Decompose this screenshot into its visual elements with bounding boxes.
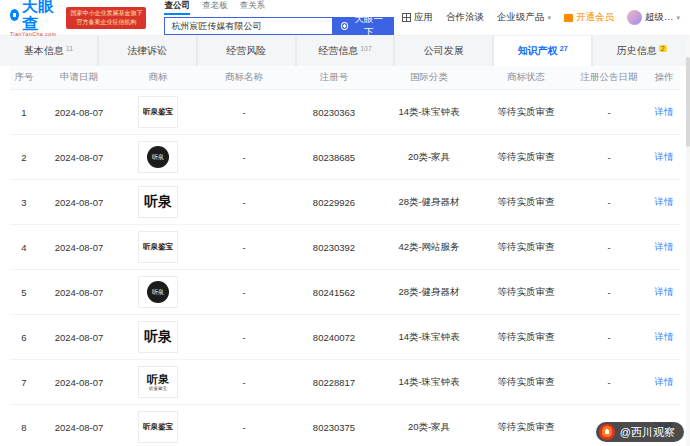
trademark-status: 等待实质审查 <box>482 421 570 434</box>
tab-legal-proceedings[interactable]: 法律诉讼 <box>99 36 196 66</box>
tab-history-info[interactable]: 历史信息2 <box>593 36 690 66</box>
table-row: 1 2024-08-07 听泉鉴宝 - 80230363 14类-珠宝钟表 等待… <box>10 90 680 135</box>
registration-number: 80230392 <box>292 242 376 253</box>
tab-company-development[interactable]: 公司发展 <box>395 36 492 66</box>
detail-link[interactable]: 详情 <box>655 151 674 162</box>
scrollbar-thumb[interactable] <box>686 57 690 147</box>
trademark-image-text: 听泉鉴宝 <box>143 107 173 117</box>
publication-date: - <box>570 242 648 253</box>
gov-badge-line2: 官方备案企业征信机构 <box>70 18 142 27</box>
registration-number: 80229926 <box>292 197 376 208</box>
chevron-down-icon: ▾ <box>547 14 551 22</box>
publication-date: - <box>570 287 648 298</box>
detail-link[interactable]: 详情 <box>655 286 674 297</box>
serial-number: 2 <box>10 152 38 163</box>
tab-label: 历史信息 <box>617 44 657 58</box>
detail-link[interactable]: 详情 <box>655 376 674 387</box>
trademark-image-text: 听泉 <box>147 374 169 385</box>
chevron-down-icon: ▾ <box>676 14 680 22</box>
trademark-image[interactable]: 听泉 <box>138 276 178 308</box>
watermark-eye-icon <box>599 424 615 440</box>
watermark-badge: @西川观察 <box>596 422 684 442</box>
tab-label: 公司发展 <box>424 44 464 58</box>
search-button[interactable]: 天眼一下 <box>332 17 394 35</box>
trademark-status: 等待实质审查 <box>482 196 570 209</box>
tab-operating-risk[interactable]: 经营风险 <box>198 36 295 66</box>
trademark-image-text: 听泉 <box>144 193 172 211</box>
serial-number: 4 <box>10 242 38 253</box>
detail-link[interactable]: 详情 <box>655 331 674 342</box>
trademark-name: - <box>196 152 292 163</box>
gift-icon <box>564 14 573 22</box>
trademark-status: 等待实质审查 <box>482 331 570 344</box>
nav-apps[interactable]: 应用 <box>402 11 433 24</box>
detail-link[interactable]: 详情 <box>655 106 674 117</box>
column-header-international-class: 国际分类 <box>376 71 482 84</box>
tab-intellectual-property[interactable]: 知识产权27 <box>494 36 591 66</box>
trademark-image[interactable]: 听泉鉴宝 <box>138 96 178 128</box>
column-header-action: 操作 <box>648 71 680 84</box>
trademark-image[interactable]: 听泉 <box>138 141 178 173</box>
table-header-row: 序号 申请日期 商标 商标名称 注册号 国际分类 商标状态 注册公告日期 操作 <box>10 66 680 90</box>
tab-basic-info[interactable]: 基本信息11 <box>0 36 97 66</box>
tab-count: 107 <box>360 45 372 52</box>
tab-label: 经营信息 <box>318 44 358 58</box>
avatar <box>627 10 642 25</box>
serial-number: 3 <box>10 197 38 208</box>
logo-eye-icon <box>10 9 19 21</box>
publication-date: - <box>570 197 648 208</box>
tianyancha-logo[interactable]: 天眼查 TianYanCha.com <box>10 0 58 38</box>
serial-number: 7 <box>10 377 38 388</box>
table-row: 2 2024-08-07 听泉 - 80238685 20类-家具 等待实质审查… <box>10 135 680 180</box>
search-button-eye-icon <box>341 22 348 30</box>
nav-vip-label: 开通会员 <box>576 11 614 24</box>
trademark-image-text: 听泉鉴宝 <box>143 422 173 432</box>
search-tab-boss[interactable]: 查老板 <box>202 0 228 15</box>
nav-user-account[interactable]: 超级… ▾ <box>627 10 680 25</box>
trademark-status: 等待实质审查 <box>482 106 570 119</box>
nav-cooperation-label: 合作洽谈 <box>446 11 484 24</box>
search-tab-company[interactable]: 查公司 <box>164 0 190 15</box>
column-header-registration-number: 注册号 <box>292 71 376 84</box>
trademark-image[interactable]: 听泉鉴宝 <box>138 231 178 263</box>
tab-operating-info[interactable]: 经营信息107 <box>297 36 394 66</box>
publication-date: - <box>570 107 648 118</box>
apply-date: 2024-08-07 <box>38 287 120 298</box>
registration-number: 80228817 <box>292 377 376 388</box>
trademark-image[interactable]: 听泉 <box>138 321 178 353</box>
trademark-image-subtext: 听泉鉴宝 <box>149 386 167 391</box>
publication-date: - <box>570 332 648 343</box>
tab-label: 经营风险 <box>226 44 266 58</box>
tianyancha-trademark-page: 天眼查 TianYanCha.com 国家中小企业发展基金旗下 官方备案企业征信… <box>0 0 690 446</box>
international-class: 42类-网站服务 <box>376 241 482 254</box>
apply-date: 2024-08-07 <box>38 422 120 433</box>
nav-cooperation[interactable]: 合作洽谈 <box>446 11 484 24</box>
trademark-name: - <box>196 332 292 343</box>
trademark-image[interactable]: 听泉鉴宝 <box>138 411 178 443</box>
trademark-image[interactable]: 听泉 听泉鉴宝 <box>138 366 178 398</box>
search-tab-relation[interactable]: 查关系 <box>239 0 265 15</box>
search-input[interactable] <box>164 17 332 35</box>
trademark-status: 等待实质审查 <box>482 286 570 299</box>
international-class: 14类-珠宝钟表 <box>376 376 482 389</box>
search-area: 查公司 查老板 查关系 天眼一下 <box>164 0 394 35</box>
trademark-cell: 听泉鉴宝 <box>120 96 196 128</box>
table-body: 1 2024-08-07 听泉鉴宝 - 80230363 14类-珠宝钟表 等待… <box>10 90 680 446</box>
detail-link[interactable]: 详情 <box>655 241 674 252</box>
trademark-image-text: 听泉鉴宝 <box>143 242 173 252</box>
apply-date: 2024-08-07 <box>38 377 120 388</box>
nav-enterprise-products[interactable]: 企业级产品 ▾ <box>497 11 551 24</box>
trademark-name: - <box>196 197 292 208</box>
table-row: 3 2024-08-07 听泉 - 80229926 28类-健身器材 等待实质… <box>10 180 680 225</box>
detail-link[interactable]: 详情 <box>655 196 674 207</box>
trademark-cell: 听泉 <box>120 141 196 173</box>
column-header-trademark: 商标 <box>120 71 196 84</box>
registration-number: 80230363 <box>292 107 376 118</box>
trademark-image[interactable]: 听泉 <box>138 186 178 218</box>
apply-date: 2024-08-07 <box>38 152 120 163</box>
publication-date: - <box>570 377 648 388</box>
column-header-serial: 序号 <box>10 71 38 84</box>
nav-open-vip[interactable]: 开通会员 <box>564 11 614 24</box>
trademark-name: - <box>196 377 292 388</box>
registration-number: 80230375 <box>292 422 376 433</box>
